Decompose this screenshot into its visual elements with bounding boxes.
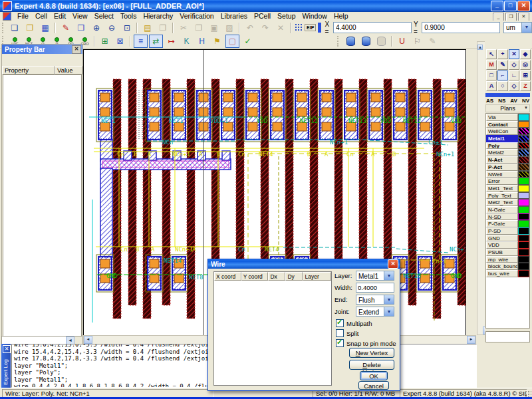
- cut-button[interactable]: ✂: [176, 21, 190, 35]
- contact-square[interactable]: [273, 108, 282, 116]
- layer-mode-nv[interactable]: NV: [522, 98, 529, 104]
- contact-square[interactable]: [371, 122, 380, 131]
- chevron-down-icon[interactable]: ▼: [384, 271, 394, 280]
- contact-square[interactable]: [248, 93, 257, 102]
- select-arrow-icon[interactable]: ↖: [486, 49, 497, 59]
- contact-square[interactable]: [174, 93, 184, 102]
- eip-button[interactable]: EIP: [305, 24, 316, 31]
- menu-tools[interactable]: Tools: [117, 12, 140, 21]
- layer-color-swatch[interactable]: [518, 206, 529, 213]
- cancel-button[interactable]: Cancel: [358, 381, 389, 390]
- layer-name[interactable]: P-Gate: [486, 220, 518, 227]
- layer-color-swatch[interactable]: [518, 249, 529, 256]
- layer-row-via[interactable]: Via: [486, 114, 529, 121]
- wire-col-y-coord[interactable]: Y coord: [241, 272, 269, 281]
- layer-row-poly[interactable]: Poly: [486, 142, 529, 150]
- multipath-checkbox[interactable]: [336, 319, 344, 327]
- move-tool-icon[interactable]: ✕: [509, 49, 519, 59]
- paste-special-button[interactable]: ▨: [222, 21, 236, 35]
- poly-tool-icon[interactable]: ◇: [509, 81, 519, 91]
- contact-square[interactable]: [150, 122, 159, 131]
- magnet-snap-button[interactable]: U: [395, 35, 409, 48]
- layer-name[interactable]: block_boundary: [486, 263, 518, 270]
- stretch-tool-icon[interactable]: ◆: [520, 49, 531, 59]
- layer-name[interactable]: NWell: [486, 171, 518, 178]
- layer-name[interactable]: PSUB: [486, 249, 518, 256]
- layer-color-swatch[interactable]: [518, 213, 529, 221]
- layer-color-swatch[interactable]: [518, 220, 529, 227]
- layer-row-metal2[interactable]: Metal2: [486, 149, 529, 156]
- layer-row-p-gate[interactable]: P-Gate: [486, 220, 529, 227]
- contact-square[interactable]: [174, 274, 184, 283]
- width-input[interactable]: [356, 283, 394, 293]
- contact-cell[interactable]: [172, 90, 186, 140]
- contact-cell[interactable]: [320, 90, 333, 140]
- layer-name[interactable]: WellCon: [486, 128, 518, 135]
- undo-button[interactable]: ↶: [243, 21, 257, 35]
- layer-name[interactable]: N-Act: [486, 156, 518, 164]
- menu-view[interactable]: View: [69, 12, 91, 21]
- layer-color-swatch[interactable]: [518, 256, 529, 263]
- wire-draw-icon[interactable]: ⌐: [497, 70, 508, 80]
- scroll-left-icon[interactable]: ◄: [84, 336, 92, 344]
- delete-button[interactable]: ✕: [273, 21, 287, 35]
- poly-stripe[interactable]: [408, 79, 416, 305]
- layer-color-swatch[interactable]: [518, 171, 529, 178]
- menu-help[interactable]: Help: [331, 12, 352, 21]
- layer-name[interactable]: bus_wire: [486, 270, 518, 277]
- layer-color-swatch[interactable]: [518, 156, 529, 164]
- text-tool-icon[interactable]: A: [486, 81, 497, 91]
- contact-cell[interactable]: [443, 90, 456, 140]
- layer-row-gnd[interactable]: GND: [486, 235, 529, 242]
- contact-square[interactable]: [371, 108, 380, 116]
- contact-cell[interactable]: [148, 257, 161, 290]
- poly-stripe[interactable]: [458, 79, 466, 305]
- layer-name[interactable]: N-Gate: [486, 206, 518, 213]
- contact-square[interactable]: [445, 93, 454, 102]
- layer-row-p-sd[interactable]: P-SD: [486, 227, 529, 235]
- menu-setup[interactable]: Setup: [274, 12, 299, 21]
- layer-color-swatch[interactable]: [518, 142, 529, 150]
- contact-square[interactable]: [346, 93, 356, 102]
- contact-cell[interactable]: [295, 90, 309, 140]
- x-coord-input[interactable]: [333, 22, 412, 33]
- layer-color-swatch[interactable]: [518, 199, 529, 206]
- snap-mode-button[interactable]: ≡: [134, 35, 148, 48]
- layer-row-n-act[interactable]: N-Act: [486, 156, 529, 164]
- new-document-button[interactable]: ❏: [7, 21, 21, 35]
- toolbar-grip-3[interactable]: [337, 36, 341, 47]
- contact-square[interactable]: [396, 93, 405, 102]
- layer-name[interactable]: VDD: [486, 241, 518, 249]
- contact-square[interactable]: [420, 259, 430, 268]
- l-shape-icon[interactable]: ∟: [509, 70, 519, 80]
- layer-color-swatch[interactable]: [518, 121, 529, 128]
- contact-square[interactable]: [445, 108, 454, 116]
- y-coord-input[interactable]: [422, 22, 500, 33]
- active-layer-chip[interactable]: [318, 23, 321, 33]
- ok-button[interactable]: OK: [360, 371, 388, 380]
- tile-windows-button[interactable]: ❒: [74, 21, 88, 35]
- maximize-button[interactable]: □: [504, 1, 517, 11]
- joint-combo[interactable]: Extend ▼: [356, 307, 394, 317]
- contact-square[interactable]: [420, 93, 430, 102]
- menu-verification[interactable]: Verification: [176, 12, 217, 21]
- wire-col-dy[interactable]: Dy: [285, 272, 303, 281]
- apply-check-button[interactable]: ✓: [241, 35, 255, 48]
- save-button[interactable]: ▦: [38, 21, 52, 35]
- poly-stripe[interactable]: [187, 79, 195, 319]
- break-wire-button[interactable]: K: [180, 35, 194, 48]
- layer-row-n-sd[interactable]: N-SD: [486, 213, 529, 221]
- contact-square[interactable]: [297, 108, 307, 116]
- contact-square[interactable]: [174, 108, 184, 116]
- copy-button[interactable]: ❐: [192, 21, 205, 35]
- contact-square[interactable]: [371, 93, 380, 102]
- layer-mode-as[interactable]: AS: [486, 98, 493, 104]
- layer-row-error[interactable]: Error: [486, 178, 529, 185]
- polygon-tool-icon[interactable]: ◇: [509, 60, 519, 70]
- layer-row-wellcon[interactable]: WellCon: [486, 128, 529, 135]
- layer-name[interactable]: Via: [486, 114, 518, 121]
- measure-m-icon[interactable]: M: [486, 60, 497, 70]
- new-vertex-button[interactable]: New Vertex: [349, 348, 394, 358]
- wire-dialog-close-icon[interactable]: ✕: [388, 259, 398, 269]
- layer-color-swatch[interactable]: [518, 164, 529, 171]
